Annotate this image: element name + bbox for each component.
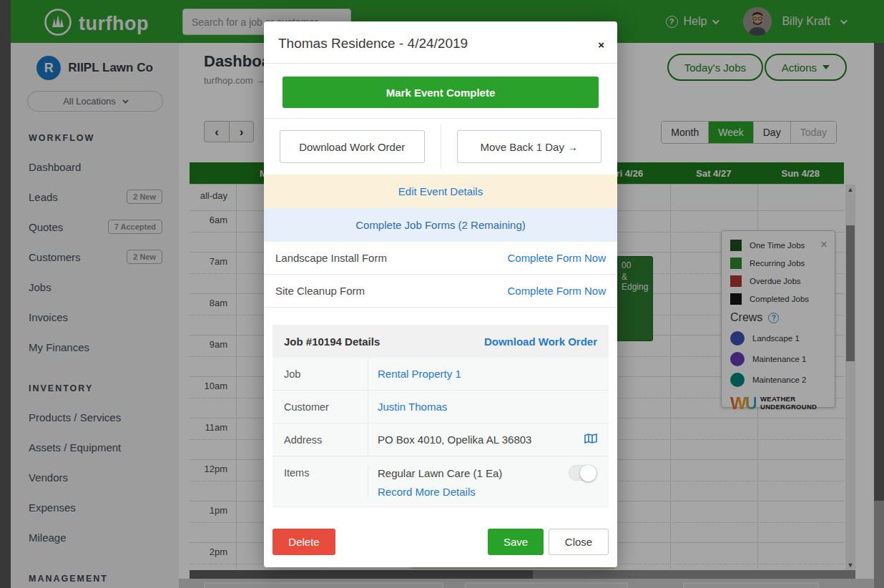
item-toggle[interactable] xyxy=(569,465,597,481)
mark-event-complete-button[interactable]: Mark Event Complete xyxy=(283,77,599,108)
form-name: Landscape Install Form xyxy=(275,252,387,264)
complete-job-forms-link[interactable]: Complete Job Forms (2 Remaining) xyxy=(264,208,617,242)
event-modal: Thomas Residence - 4/24/2019 × Mark Even… xyxy=(264,21,617,567)
row-label: Address xyxy=(272,423,368,456)
close-button[interactable]: Close xyxy=(549,529,609,555)
complete-form-link[interactable]: Complete Form Now xyxy=(507,252,606,264)
item-value: Regular Lawn Care (1 Ea) xyxy=(378,467,502,479)
record-more-details-link[interactable]: Record More Details xyxy=(378,486,597,498)
customer-link[interactable]: Justin Thomas xyxy=(378,401,447,413)
table-row-address: Address PO Box 4010, Opelika AL 36803 xyxy=(272,423,609,456)
save-button[interactable]: Save xyxy=(488,529,544,555)
edit-event-details-link[interactable]: Edit Event Details xyxy=(264,175,617,208)
map-icon[interactable] xyxy=(584,433,597,446)
download-work-order-link[interactable]: Download Work Order xyxy=(484,335,597,348)
row-label: Job xyxy=(272,358,368,390)
address-value: PO Box 4010, Opelika AL 36803 xyxy=(378,433,531,446)
download-work-order-button[interactable]: Download Work Order xyxy=(280,130,425,163)
complete-form-link[interactable]: Complete Form Now xyxy=(507,285,606,297)
table-row-items: Items Regular Lawn Care (1 Ea) Record Mo… xyxy=(272,456,609,507)
form-row-site-cleanup: Site Cleanup Form Complete Form Now xyxy=(264,275,617,308)
row-label: Items xyxy=(272,465,368,498)
job-link[interactable]: Rental Property 1 xyxy=(378,368,461,380)
row-label: Customer xyxy=(272,391,368,423)
form-name: Site Cleanup Form xyxy=(275,285,365,297)
table-row-job: Job Rental Property 1 xyxy=(272,358,609,391)
table-row-customer: Customer Justin Thomas xyxy=(272,391,609,423)
move-back-button[interactable]: Move Back 1 Day → xyxy=(457,130,602,163)
close-icon[interactable]: × xyxy=(598,39,604,51)
form-row-landscape-install: Landscape Install Form Complete Form Now xyxy=(264,242,617,275)
job-details-title: Job #10194 Details xyxy=(284,335,380,348)
delete-button[interactable]: Delete xyxy=(272,529,335,555)
job-details-table: Job #10194 Details Download Work Order J… xyxy=(272,325,609,507)
modal-title: Thomas Residence - 4/24/2019 xyxy=(278,36,603,52)
